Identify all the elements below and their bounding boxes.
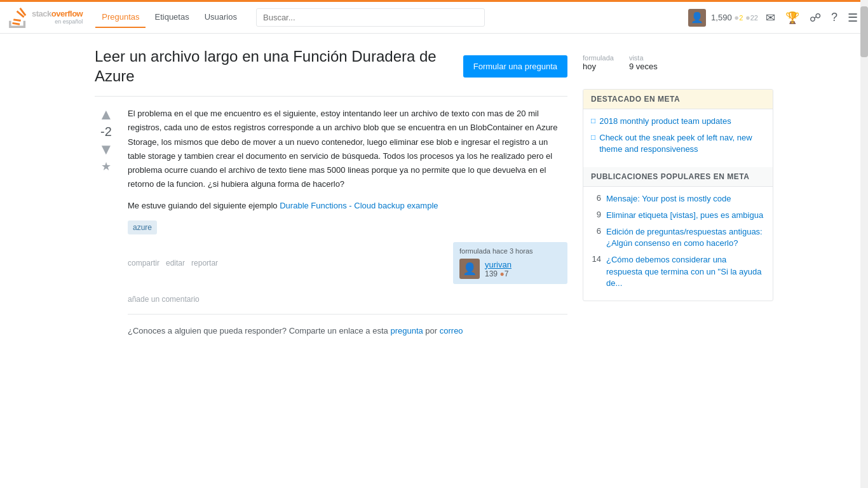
durable-functions-link[interactable]: Durable Functions - Cloud backup example bbox=[280, 201, 438, 210]
meta-formulada-label: formulada bbox=[583, 54, 614, 62]
question-content: El problema en el que me encuentro es el… bbox=[128, 107, 567, 337]
report-link[interactable]: reportar bbox=[191, 259, 218, 268]
main-nav: Preguntas Etiquetas Usuarios bbox=[95, 7, 243, 28]
search-box bbox=[256, 8, 485, 27]
correo-link[interactable]: correo bbox=[440, 326, 463, 336]
meta-info-box: formulada hoy vista 9 veces bbox=[583, 46, 773, 79]
avatar[interactable]: 👤 bbox=[688, 9, 706, 27]
logo-overflow: overflow bbox=[51, 9, 83, 18]
logo-stack: stackoverflow bbox=[32, 10, 83, 18]
destacado-section: DESTACADO EN META □ 2018 monthly product… bbox=[583, 89, 773, 301]
popular-item-1: 9 Eliminar etiqueta [vistas], pues es am… bbox=[591, 210, 765, 221]
hamburger-icon[interactable]: ☰ bbox=[845, 8, 860, 27]
share-link[interactable]: compartir bbox=[128, 259, 159, 268]
add-comment-link[interactable]: añade un comentario bbox=[128, 295, 200, 304]
gold-badge: 2 bbox=[739, 14, 743, 22]
inbox-icon[interactable]: ✉ bbox=[763, 8, 778, 27]
destacado-link-0[interactable]: 2018 monthly product team updates bbox=[599, 116, 731, 127]
question-body: El problema en el que me encuentro es el… bbox=[128, 107, 567, 191]
vote-count: -2 bbox=[100, 125, 112, 139]
main-container: Leer un archivo largo en una Función Dur… bbox=[85, 34, 783, 338]
logo-text: stackoverflow en español bbox=[32, 10, 83, 25]
popular-link-2[interactable]: Edición de preguntas/respuestas antiguas… bbox=[606, 226, 765, 249]
page-title: Leer un archivo largo en una Función Dur… bbox=[95, 46, 463, 86]
popular-link-1[interactable]: Eliminar etiqueta [vistas], pues es ambi… bbox=[606, 210, 763, 221]
vote-column: ▲ -2 ▼ ★ bbox=[95, 107, 118, 337]
meta-formulada-value: hoy bbox=[583, 62, 614, 71]
pregunta-link[interactable]: pregunta bbox=[390, 326, 423, 336]
author-avatar: 👤 bbox=[459, 259, 480, 279]
logo-subtitle: en español bbox=[32, 19, 83, 25]
popular-item-3: 14 ¿Cómo debemos considerar una respuest… bbox=[591, 254, 765, 289]
populares-body: 6 Mensaje: Your post is mostly code 9 El… bbox=[583, 187, 773, 301]
ask-button[interactable]: Formular una pregunta bbox=[463, 55, 567, 78]
scrollbar[interactable] bbox=[860, 0, 868, 338]
destacado-link-1[interactable]: Check out the sneak peek of left nav, ne… bbox=[599, 132, 765, 155]
upvote-button[interactable]: ▲ bbox=[98, 107, 114, 122]
popular-link-0[interactable]: Mensaje: Your post is mostly code bbox=[606, 193, 731, 205]
author-user: 👤 yurivan 139 ●7 bbox=[459, 259, 561, 279]
popular-num-0: 6 bbox=[591, 193, 601, 203]
popular-num-3: 14 bbox=[591, 254, 601, 264]
meta-icon-0: □ bbox=[591, 116, 595, 125]
bookmark-button[interactable]: ★ bbox=[101, 159, 111, 173]
question-actions: compartir editar reportar bbox=[128, 259, 218, 268]
author-card: formulada hace 3 horas 👤 yurivan 139 ●7 bbox=[453, 242, 567, 284]
sidebar: formulada hoy vista 9 veces DESTACADO EN… bbox=[583, 34, 773, 338]
question-meta-row: compartir editar reportar formulada hace… bbox=[128, 242, 567, 284]
question-body-2: Me estuve guiando del siguiente ejemplo … bbox=[128, 199, 567, 213]
popular-num-2: 6 bbox=[591, 226, 601, 236]
search-input[interactable] bbox=[256, 8, 485, 27]
edit-link[interactable]: editar bbox=[166, 259, 185, 268]
header-right: 👤 1,590 ●2 ●22 ✉ 🏆 ☍ ? ☰ bbox=[688, 8, 860, 27]
destacado-item-1: □ Check out the sneak peek of left nav, … bbox=[591, 132, 765, 155]
destacado-body: □ 2018 monthly product team updates □ Ch… bbox=[583, 109, 773, 167]
review-icon[interactable]: ☍ bbox=[807, 8, 824, 27]
header: stackoverflow en español Preguntas Etiqu… bbox=[0, 2, 868, 34]
author-name-link[interactable]: yurivan bbox=[485, 260, 512, 269]
trophy-icon[interactable]: 🏆 bbox=[783, 8, 802, 27]
popular-item-2: 6 Edición de preguntas/respuestas antigu… bbox=[591, 226, 765, 249]
know-someone-box: ¿Conoces a alguien que pueda responder? … bbox=[128, 325, 567, 338]
destacado-item-0: □ 2018 monthly product team updates bbox=[591, 116, 765, 127]
destacado-header: DESTACADO EN META bbox=[583, 90, 773, 109]
meta-vista-value: 9 veces bbox=[629, 62, 658, 71]
divider bbox=[128, 314, 567, 315]
logo-link[interactable]: stackoverflow en español bbox=[8, 8, 83, 28]
author-rep: 139 ●7 bbox=[485, 269, 512, 278]
nav-usuarios[interactable]: Usuarios bbox=[198, 7, 243, 28]
popular-num-1: 9 bbox=[591, 210, 601, 219]
author-time: formulada hace 3 horas bbox=[459, 247, 561, 255]
tags-area: azure bbox=[128, 220, 567, 234]
author-info: yurivan 139 ●7 bbox=[485, 260, 512, 278]
meta-formulada: formulada hoy bbox=[583, 54, 614, 71]
question-area: ▲ -2 ▼ ★ El problema en el que me encuen… bbox=[95, 107, 567, 337]
page-title-area: Leer un archivo largo en una Función Dur… bbox=[95, 34, 567, 97]
downvote-button[interactable]: ▼ bbox=[98, 142, 114, 157]
popular-item-0: 6 Mensaje: Your post is mostly code bbox=[591, 193, 765, 205]
scrollbar-thumb[interactable] bbox=[860, 6, 868, 57]
help-icon[interactable]: ? bbox=[829, 8, 840, 27]
meta-icon-1: □ bbox=[591, 133, 595, 142]
meta-vista-label: vista bbox=[629, 54, 658, 62]
stackoverflow-logo-icon bbox=[8, 8, 28, 28]
populares-header: PUBLICACIONES POPULARES EN META bbox=[583, 167, 773, 187]
nav-preguntas[interactable]: Preguntas bbox=[95, 7, 146, 28]
tag-azure[interactable]: azure bbox=[128, 220, 157, 234]
popular-link-3[interactable]: ¿Cómo debemos considerar una respuesta q… bbox=[606, 254, 765, 289]
reputation-score: 1,590 ●2 ●22 bbox=[711, 13, 758, 22]
silver-badge: 22 bbox=[750, 14, 758, 22]
content-area: Leer un archivo largo en una Función Dur… bbox=[95, 34, 567, 338]
meta-vista: vista 9 veces bbox=[629, 54, 658, 71]
nav-etiquetas[interactable]: Etiquetas bbox=[148, 7, 195, 28]
